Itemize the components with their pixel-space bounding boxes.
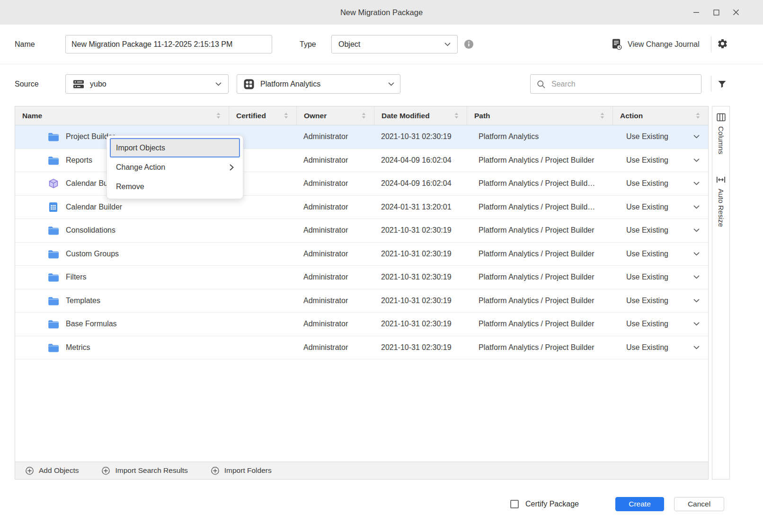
server-select-value: yubo <box>90 80 106 88</box>
action-dropdown-chevron-icon[interactable] <box>693 158 700 162</box>
action-dropdown-chevron-icon[interactable] <box>693 228 700 232</box>
owner-cell: Administrator <box>297 266 374 289</box>
path-cell: Platform Analytics / Project Builder <box>467 219 613 242</box>
certify-package-checkbox[interactable] <box>510 500 519 508</box>
owner-cell: Administrator <box>297 313 374 336</box>
sort-icon[interactable] <box>450 112 459 119</box>
close-button[interactable] <box>732 8 740 17</box>
maximize-button[interactable] <box>712 8 720 17</box>
action-dropdown-chevron-icon[interactable] <box>693 182 700 185</box>
plus-circle-icon <box>211 466 220 475</box>
search-input[interactable] <box>550 79 695 89</box>
path-cell: Platform Analytics / Project Builder <box>467 149 613 172</box>
add-objects-button[interactable]: Add Objects <box>25 466 79 475</box>
action-cell: Use Existing <box>613 243 708 266</box>
action-cell: Use Existing <box>613 172 708 195</box>
column-header[interactable]: Name <box>15 106 229 125</box>
search-box <box>530 74 701 94</box>
certified-cell <box>229 266 297 289</box>
window-title: New Migration Package <box>0 0 763 25</box>
app-grid-icon <box>243 78 255 90</box>
action-dropdown-chevron-icon[interactable] <box>693 322 700 326</box>
action-dropdown-chevron-icon[interactable] <box>693 346 700 349</box>
create-button[interactable]: Create <box>615 497 664 511</box>
view-change-journal-button[interactable]: View Change Journal <box>612 38 700 51</box>
source-project-select[interactable]: Platform Analytics <box>237 74 400 94</box>
context-menu-item[interactable]: Change Action <box>110 157 240 177</box>
path-cell: Platform Analytics / Project Builder <box>467 313 613 336</box>
import-folders-button[interactable]: Import Folders <box>211 466 272 475</box>
columns-icon <box>716 113 726 122</box>
cube-icon <box>48 178 60 189</box>
sort-icon[interactable] <box>212 112 221 119</box>
sort-icon[interactable] <box>692 112 701 119</box>
path-cell: Platform Analytics / Project Builder <box>467 289 613 313</box>
action-dropdown-chevron-icon[interactable] <box>693 299 700 303</box>
sort-icon[interactable] <box>596 112 605 119</box>
source-server-select[interactable]: yubo <box>65 74 229 94</box>
columns-label: Columns <box>717 126 725 154</box>
action-dropdown-chevron-icon[interactable] <box>693 135 700 139</box>
owner-cell: Administrator <box>297 172 374 195</box>
action-cell: Use Existing <box>613 125 708 148</box>
folder-icon <box>48 248 60 260</box>
import-search-results-button[interactable]: Import Search Results <box>101 466 187 475</box>
folder-icon <box>48 342 60 353</box>
type-select[interactable]: Object <box>331 35 458 53</box>
table-header-row: Name Certified Owner Date Modified Path … <box>15 106 708 125</box>
folder-icon <box>48 271 60 283</box>
auto-resize-label: Auto Resize <box>717 189 725 227</box>
settings-gear-icon[interactable] <box>717 38 728 49</box>
context-menu-item[interactable]: Remove <box>110 177 240 196</box>
column-header[interactable]: Date Modified <box>374 106 467 125</box>
table-row[interactable]: Custom Groups Administrator 2021-10-31 0… <box>15 243 708 266</box>
date-modified-cell: 2021-10-31 02:30:19 <box>374 219 467 242</box>
name-label: Name <box>15 40 35 49</box>
info-icon[interactable] <box>463 39 474 50</box>
chevron-down-icon <box>215 82 222 86</box>
table-row[interactable]: Filters Administrator 2021-10-31 02:30:1… <box>15 266 708 289</box>
window-controls <box>692 0 740 25</box>
calendar-doc-icon <box>48 201 60 213</box>
action-cell: Use Existing <box>613 289 708 313</box>
sort-icon[interactable] <box>357 112 366 119</box>
sort-icon[interactable] <box>280 112 289 119</box>
context-menu-item[interactable]: Import Objects <box>110 138 240 157</box>
chevron-down-icon <box>444 43 451 46</box>
certified-cell <box>229 313 297 336</box>
action-cell: Use Existing <box>613 219 708 242</box>
owner-cell: Administrator <box>297 196 374 219</box>
action-dropdown-chevron-icon[interactable] <box>693 205 700 209</box>
table-row[interactable]: Base Formulas Administrator 2021-10-31 0… <box>15 313 708 336</box>
minimize-button[interactable] <box>692 8 701 17</box>
column-header[interactable]: Path <box>467 106 613 125</box>
action-cell: Use Existing <box>613 149 708 172</box>
date-modified-cell: 2021-10-31 02:30:19 <box>374 266 467 289</box>
folder-icon <box>48 225 60 236</box>
owner-cell: Administrator <box>297 336 374 359</box>
action-cell: Use Existing <box>613 196 708 219</box>
columns-button[interactable]: Columns <box>716 113 726 154</box>
plus-circle-icon <box>101 466 110 475</box>
name-cell: Filters <box>15 266 229 289</box>
table-row[interactable]: Templates Administrator 2021-10-31 02:30… <box>15 289 708 313</box>
cancel-button[interactable]: Cancel <box>674 497 724 511</box>
column-header[interactable]: Certified <box>229 106 297 125</box>
titlebar: New Migration Package <box>0 0 763 25</box>
table-row[interactable]: Consolidations Administrator 2021-10-31 … <box>15 219 708 243</box>
action-dropdown-chevron-icon[interactable] <box>693 252 700 256</box>
auto-resize-button[interactable]: Auto Resize <box>716 175 726 227</box>
table-row[interactable]: Metrics Administrator 2021-10-31 02:30:1… <box>15 336 708 360</box>
action-dropdown-chevron-icon[interactable] <box>693 275 700 279</box>
column-header[interactable]: Owner <box>297 106 374 125</box>
owner-cell: Administrator <box>297 243 374 266</box>
column-header[interactable]: Action <box>613 106 708 125</box>
certify-package-option: Certify Package <box>510 497 579 511</box>
plus-circle-icon <box>25 466 34 475</box>
side-toolbar: Columns Auto Resize <box>712 106 730 480</box>
path-cell: Platform Analytics <box>467 125 613 148</box>
path-cell: Platform Analytics / Project Builder <box>467 266 613 289</box>
certified-cell <box>229 243 297 266</box>
filter-funnel-icon[interactable] <box>717 79 728 89</box>
package-name-input[interactable] <box>65 35 272 53</box>
